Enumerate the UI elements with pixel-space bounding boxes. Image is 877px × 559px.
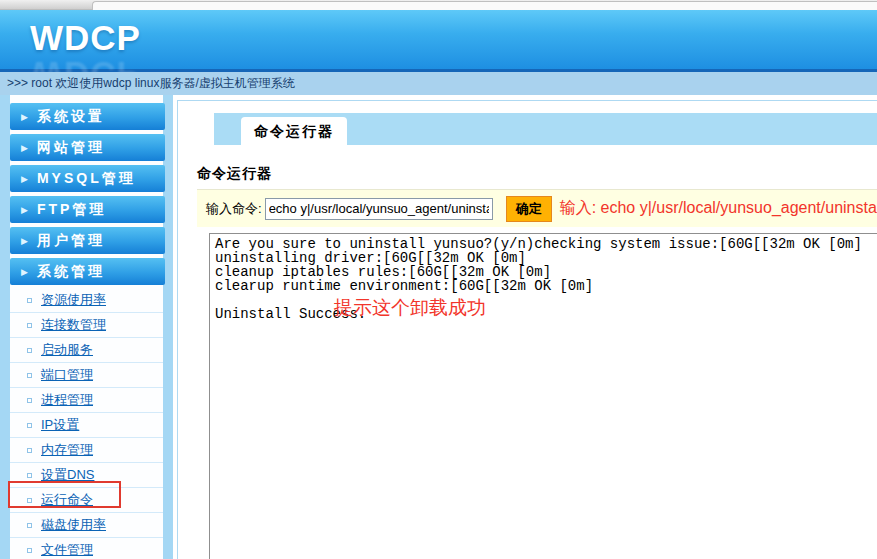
sidebar-subitem-start-services[interactable]: 启动服务 — [10, 338, 163, 363]
sidebar-subitem-process-management[interactable]: 进程管理 — [10, 388, 163, 413]
square-bullet-icon — [27, 473, 32, 478]
sidebar-item-label: 系统设置 — [37, 108, 105, 126]
breadcrumb: >>> root 欢迎使用wdcp linux服务器/虚拟主机管理系统 — [0, 72, 877, 95]
tab-strip: 命令运行器 — [214, 113, 877, 145]
terminal-line: Uninstall Success. — [215, 307, 877, 321]
square-bullet-icon — [27, 398, 32, 403]
square-bullet-icon — [27, 523, 32, 528]
wdcp-logo: WDCP — [30, 18, 141, 58]
terminal-line: Are you sure to uninstall yunsuo?(y/n)ch… — [215, 237, 877, 251]
command-input-label: 输入命令: — [206, 200, 262, 218]
browser-chrome-strip — [0, 0, 877, 10]
terminal-line: cleanup iptables rules:[60G[[32m OK [0m] — [215, 265, 877, 279]
sidebar-item-mysql-management[interactable]: ▶ MYSQL管理 — [10, 165, 165, 192]
tab-command-runner[interactable]: 命令运行器 — [241, 117, 347, 145]
command-input-row: 输入命令: 确定 输入: echo y|/usr/local/yunsuo_ag… — [197, 189, 877, 227]
arrow-right-icon: ▶ — [21, 236, 28, 246]
sidebar-main-menu: ▶ 系统设置 ▶ 网站管理 ▶ MYSQL管理 ▶ FTP管理 ▶ 用户管理 ▶… — [10, 103, 165, 289]
app-banner: WDCP WDCP — [0, 10, 877, 72]
sidebar-item-label: 网站管理 — [37, 139, 105, 157]
terminal-line — [215, 293, 877, 307]
command-input[interactable] — [265, 198, 493, 220]
sidebar-subitem-run-command[interactable]: 运行命令 — [10, 488, 163, 513]
sidebar-item-label: 系统管理 — [37, 263, 105, 281]
square-bullet-icon — [27, 448, 32, 453]
sidebar-subitem-file-management[interactable]: 文件管理 — [10, 538, 163, 559]
browser-tab-edge — [92, 1, 877, 10]
square-bullet-icon — [27, 423, 32, 428]
arrow-right-icon: ▶ — [21, 267, 28, 277]
terminal-line: uninstalling driver:[60G[[32m OK [0m] — [215, 251, 877, 265]
sidebar-subitem-dns-settings[interactable]: 设置DNS — [10, 463, 163, 488]
arrow-right-icon: ▶ — [21, 174, 28, 184]
sidebar-subitem-port-management[interactable]: 端口管理 — [10, 363, 163, 388]
sidebar-subitem-resource-usage[interactable]: 资源使用率 — [10, 288, 163, 313]
annotation-input-hint: 输入: echo y|/usr/local/yunsuo_agent/unins… — [560, 198, 877, 219]
arrow-right-icon: ▶ — [21, 143, 28, 153]
sidebar-subitem-memory-management[interactable]: 内存管理 — [10, 438, 163, 463]
sidebar-item-label: MYSQL管理 — [37, 170, 136, 188]
sidebar: ▶ 系统设置 ▶ 网站管理 ▶ MYSQL管理 ▶ FTP管理 ▶ 用户管理 ▶… — [0, 95, 173, 559]
square-bullet-icon — [27, 348, 32, 353]
square-bullet-icon — [27, 323, 32, 328]
confirm-button[interactable]: 确定 — [506, 196, 552, 222]
sidebar-item-label: 用户管理 — [37, 232, 105, 250]
square-bullet-icon — [27, 548, 32, 553]
sidebar-subitem-disk-usage[interactable]: 磁盘使用率 — [10, 513, 163, 538]
sidebar-subitem-connection-management[interactable]: 连接数管理 — [10, 313, 163, 338]
square-bullet-icon — [27, 373, 32, 378]
arrow-right-icon: ▶ — [21, 112, 28, 122]
section-title: 命令运行器 — [197, 165, 272, 183]
sidebar-item-user-management[interactable]: ▶ 用户管理 — [10, 227, 165, 254]
square-bullet-icon — [27, 498, 32, 503]
sidebar-subitem-ip-settings[interactable]: IP设置 — [10, 413, 163, 438]
square-bullet-icon — [27, 298, 32, 303]
command-output-textarea[interactable]: Are you sure to uninstall yunsuo?(y/n)ch… — [209, 233, 877, 559]
arrow-right-icon: ▶ — [21, 205, 28, 215]
sidebar-item-ftp-management[interactable]: ▶ FTP管理 — [10, 196, 165, 223]
terminal-line: clearup runtime environment:[60G[[32m OK… — [215, 279, 877, 293]
sidebar-item-website-management[interactable]: ▶ 网站管理 — [10, 134, 165, 161]
main-content-panel: 命令运行器 命令运行器 输入命令: 确定 输入: echo y|/usr/loc… — [177, 100, 877, 559]
sidebar-item-system-settings[interactable]: ▶ 系统设置 — [10, 103, 165, 130]
annotation-success-hint: 提示这个卸载成功 — [334, 301, 486, 315]
sidebar-sub-menu: 资源使用率 连接数管理 启动服务 端口管理 进程管理 IP设置 内存管理 设置D… — [10, 288, 163, 559]
sidebar-item-label: FTP管理 — [37, 201, 106, 219]
sidebar-item-system-management[interactable]: ▶ 系统管理 — [10, 258, 165, 285]
